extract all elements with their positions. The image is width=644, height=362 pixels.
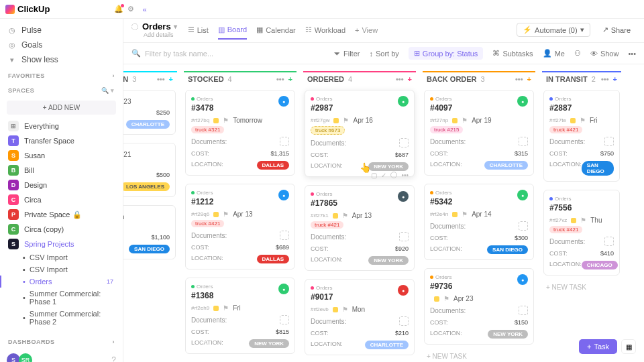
status-indicator-icon[interactable] (131, 23, 138, 30)
dashboards-header[interactable]: DASHBOARDS› (7, 333, 116, 348)
page-title[interactable]: Orders▾ (142, 21, 177, 32)
assignee-avatar[interactable]: ● (398, 191, 409, 202)
task-title[interactable]: #17865 (311, 198, 409, 208)
list-orders[interactable]: •Orders17 (0, 276, 116, 288)
document-icon[interactable] (519, 221, 528, 231)
more-button[interactable]: ••• (628, 50, 636, 58)
location-chip[interactable]: CHARLOTTE (484, 161, 528, 170)
task-title[interactable]: #2987 (311, 103, 409, 113)
task-card[interactable]: ⚑Mon 73 ts:$1,100 N:SAN DIEGO (123, 205, 176, 259)
location-chip[interactable]: NEW YORK (368, 256, 409, 265)
task-card[interactable]: ⚑Apr 21 21 ts:$500 N:LOS ANGELES (123, 143, 176, 197)
column-more-icon[interactable]: ••• (601, 75, 609, 83)
me-button[interactable]: 👤 Me (543, 49, 565, 58)
flag-icon[interactable]: ⚑ (580, 217, 586, 224)
location-chip[interactable]: SAN DIEGO (487, 245, 528, 254)
space-everything[interactable]: ⊞Everything (7, 119, 116, 133)
assignee-avatar[interactable]: ● (517, 96, 528, 107)
priority-icon[interactable] (213, 118, 219, 123)
flag-icon[interactable]: ⚑ (343, 117, 349, 124)
assignee-avatar[interactable]: ● (517, 190, 528, 200)
column-add-icon[interactable]: + (613, 75, 617, 83)
add-view-button[interactable]: + View (355, 25, 378, 35)
nav-goals[interactable]: ◎Goals (7, 38, 116, 52)
notifications-icon[interactable]: 🔔 (114, 5, 123, 13)
spaces-header[interactable]: SPACES🔍 ▾ (7, 82, 116, 97)
assignee-avatar[interactable]: ● (398, 285, 409, 296)
new-task-link[interactable]: + NEW TASK (423, 349, 535, 362)
flag-icon[interactable]: ⚑ (223, 304, 229, 312)
priority-icon[interactable] (333, 307, 338, 312)
location-chip[interactable]: DALLAS (257, 161, 289, 170)
assignees-button[interactable]: ⚇ (574, 49, 581, 58)
priority-icon[interactable] (213, 212, 219, 217)
space-item[interactable]: PPrivate Space 🔒 (7, 207, 116, 222)
flag-icon[interactable]: ⚑ (223, 210, 229, 218)
column-add-icon[interactable]: + (288, 75, 292, 83)
truck-tag[interactable]: truck #673 (311, 126, 345, 135)
truck-tag[interactable]: truck #421 (311, 221, 343, 229)
priority-icon[interactable] (570, 118, 576, 123)
document-icon[interactable] (399, 316, 409, 326)
task-card[interactable]: ● Orders #4097 #rf27np ⚑Apr 19 truck #21… (424, 90, 534, 176)
column-more-icon[interactable]: ••• (515, 75, 523, 83)
flag-icon[interactable]: ⚑ (223, 117, 229, 124)
document-icon[interactable] (604, 237, 614, 246)
truck-tag[interactable]: truck #215 (430, 126, 463, 133)
user-avatar-1[interactable]: S (7, 353, 20, 362)
task-card[interactable]: ● Orders #1368 #rf2eh9 ⚑Fri Documents: C… (185, 278, 295, 354)
location-chip[interactable]: NEW YORK (249, 339, 289, 348)
view-calendar[interactable]: ▦ Calendar (256, 25, 296, 35)
page-subtitle[interactable]: Add details (144, 32, 177, 38)
search-input[interactable]: 🔍 Filter by task name... (131, 49, 325, 58)
task-title[interactable]: #1212 (191, 197, 289, 206)
user-avatar-2[interactable]: SR (19, 353, 32, 362)
assignee-avatar[interactable]: ● (398, 96, 409, 107)
space-spring-projects[interactable]: SSpring Projects (7, 237, 116, 251)
location-chip[interactable]: SAN DIEGO (582, 161, 614, 176)
task-title[interactable]: #7556 (549, 203, 614, 213)
space-item[interactable]: BBill (7, 163, 116, 178)
assignee-avatar[interactable]: ● (278, 96, 289, 107)
card-hover-actions[interactable]: ▢✓••• (371, 172, 409, 179)
truck-tag[interactable]: truck #421 (549, 226, 582, 233)
document-icon[interactable] (399, 232, 409, 241)
task-card[interactable]: ● Orders #9017 #rf2evb ⚑Mon Documents: C… (305, 279, 415, 355)
truck-tag[interactable]: truck #321 (191, 126, 224, 133)
priority-icon[interactable] (452, 118, 458, 123)
priority-icon[interactable] (434, 296, 439, 302)
automate-button[interactable]: ⚡ Automate (0) ▾ (517, 23, 590, 37)
space-item[interactable]: TTransfer Space (7, 133, 116, 148)
column-add-icon[interactable]: + (169, 75, 173, 83)
task-card[interactable]: ● Orders #3478 #rf27bq ⚑Tomorrow truck #… (185, 90, 295, 176)
location-chip[interactable]: LOS ANGELES (123, 182, 170, 191)
filter-button[interactable]: ⏷ Filter (333, 50, 360, 58)
settings-icon[interactable]: ⚙ (127, 5, 134, 13)
column-header[interactable]: STOCKED4•••+ (184, 71, 297, 86)
document-icon[interactable] (519, 137, 528, 146)
task-card[interactable]: ● Orders #1212 #rf28q6 ⚑Apr 13 truck #42… (185, 184, 295, 269)
column-more-icon[interactable]: ••• (276, 75, 284, 83)
apps-grid-button[interactable]: ▦ (621, 339, 636, 354)
assignee-avatar[interactable]: ● (517, 274, 528, 285)
view-board[interactable]: ▥ Board (218, 25, 247, 40)
add-new-space-button[interactable]: + ADD NEW (7, 101, 116, 115)
task-card[interactable]: Orders #7556 #rf27vz ⚑Thu truck #421 Doc… (543, 190, 620, 276)
task-title[interactable]: #1368 (191, 291, 289, 300)
sortby-button[interactable]: ↕ Sort by (369, 50, 398, 58)
assignee-avatar[interactable]: ● (278, 190, 289, 200)
space-item[interactable]: CCirca (copy) (7, 222, 116, 237)
task-card[interactable]: ● Orders #2987 #rf27gw ⚑Apr 16 truck #67… (305, 90, 415, 177)
flag-icon[interactable]: ⚑ (462, 117, 468, 124)
column-add-icon[interactable]: + (408, 75, 412, 83)
task-title[interactable]: #4097 (430, 103, 528, 113)
help-icon[interactable]: ? (111, 355, 116, 362)
priority-icon[interactable] (333, 118, 339, 123)
view-list[interactable]: ☰ List (188, 25, 209, 35)
share-button[interactable]: ↗ Share (597, 23, 636, 36)
priority-icon[interactable] (333, 213, 338, 219)
nav-showless[interactable]: ▾Show less (7, 52, 116, 67)
collapse-sidebar-icon[interactable]: « (142, 5, 146, 13)
column-header[interactable]: IN TRANSIT2•••+ (542, 71, 621, 86)
list-csv-import-2[interactable]: ▪CSV Import (7, 263, 116, 276)
